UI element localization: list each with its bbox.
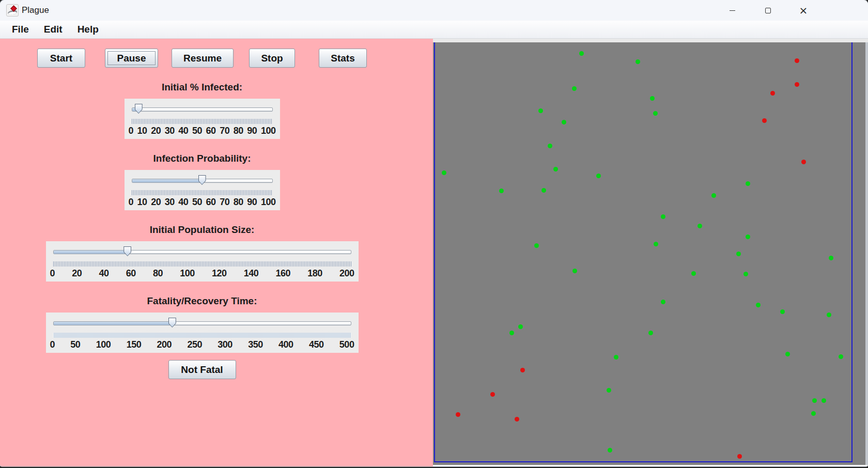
infection-probability-thumb-face bbox=[199, 176, 206, 184]
window-title: Plague bbox=[22, 5, 49, 15]
resume-button[interactable]: Resume bbox=[172, 49, 234, 68]
simulation-canvas bbox=[433, 39, 868, 465]
healthy-agent-dot bbox=[509, 331, 514, 335]
initial-population-size-tick-label: 60 bbox=[126, 268, 136, 279]
healthy-agent-dot bbox=[812, 398, 817, 403]
healthy-agent-dot bbox=[780, 309, 785, 314]
fatality-recovery-time-thumb[interactable] bbox=[168, 318, 176, 327]
initial-population-size-thumb-face bbox=[124, 247, 131, 256]
initial-population-size-tick-label: 80 bbox=[153, 268, 163, 279]
infected-agent-dot bbox=[737, 454, 742, 459]
infection-probability-tick-label: 20 bbox=[151, 197, 161, 208]
initial-pct-infected-tick-label: 10 bbox=[137, 126, 147, 136]
infected-agent-dot bbox=[515, 417, 519, 422]
fatality-recovery-time-thumb-face bbox=[169, 318, 176, 327]
healthy-agent-dot bbox=[653, 111, 658, 116]
initial-population-size-tick-label: 100 bbox=[180, 268, 195, 279]
not-fatal-button[interactable]: Not Fatal bbox=[168, 360, 236, 379]
initial-population-size-tick-labels: 020406080100120140160180200 bbox=[50, 268, 354, 279]
stop-button[interactable]: Stop bbox=[249, 49, 295, 68]
initial-population-size-thumb[interactable] bbox=[123, 246, 131, 256]
initial-pct-infected-tick-label: 100 bbox=[261, 126, 276, 136]
minimize-button[interactable] bbox=[720, 0, 744, 21]
infection-probability-tick-label: 40 bbox=[178, 197, 188, 208]
app-icon bbox=[6, 4, 19, 17]
initial-population-size-tick-label: 120 bbox=[212, 268, 227, 279]
infected-agent-dot bbox=[801, 160, 806, 164]
fatality-recovery-time-track[interactable] bbox=[53, 321, 351, 325]
close-button[interactable]: × bbox=[792, 0, 815, 21]
healthy-agent-dot bbox=[548, 144, 552, 148]
initial-pct-infected-tick-label: 60 bbox=[206, 126, 216, 136]
healthy-agent-dot bbox=[785, 352, 790, 356]
healthy-agent-dot bbox=[829, 256, 833, 260]
initial-pct-infected-tick-label: 0 bbox=[129, 126, 134, 136]
minimize-icon bbox=[730, 10, 735, 11]
initial-pct-infected-thumb[interactable] bbox=[135, 104, 143, 114]
menu-item-file[interactable]: File bbox=[6, 22, 35, 37]
plague-window: Plague × FileEditHelp StartPauseResumeSt… bbox=[0, 0, 868, 466]
fatality-recovery-time-ticks bbox=[53, 333, 351, 338]
initial-population-size-track[interactable] bbox=[53, 250, 351, 254]
stats-button[interactable]: Stats bbox=[319, 49, 367, 68]
initial-population-size-tick-label: 0 bbox=[50, 268, 55, 279]
infection-probability-tick-label: 60 bbox=[206, 197, 216, 208]
healthy-agent-dot bbox=[608, 448, 612, 453]
initial-pct-infected-track[interactable] bbox=[132, 107, 273, 112]
fatality-recovery-time-tick-label: 500 bbox=[339, 339, 354, 350]
fatality-recovery-time-label: Fatality/Recovery Time: bbox=[147, 295, 257, 307]
menu-item-edit[interactable]: Edit bbox=[38, 22, 68, 37]
infection-probability-thumb[interactable] bbox=[198, 175, 206, 185]
infection-probability-label: Infection Probability: bbox=[153, 153, 251, 164]
healthy-agent-dot bbox=[541, 188, 546, 193]
healthy-agent-dot bbox=[650, 96, 655, 101]
maximize-icon bbox=[765, 8, 771, 13]
healthy-agent-dot bbox=[698, 224, 702, 228]
infected-agent-dot bbox=[795, 58, 799, 63]
infected-agent-dot bbox=[795, 82, 799, 87]
infection-probability-tick-label: 0 bbox=[129, 197, 134, 208]
healthy-agent-dot bbox=[736, 252, 741, 256]
initial-pct-infected-tick-label: 90 bbox=[247, 126, 257, 136]
infection-probability-slider: 0102030405060708090100 bbox=[125, 170, 280, 210]
infection-probability-tick-label: 30 bbox=[165, 197, 175, 208]
healthy-agent-dot bbox=[572, 269, 577, 273]
fatality-recovery-time-tick-labels: 050100150200250300350400450500 bbox=[50, 339, 354, 350]
initial-pct-infected-ticks bbox=[132, 119, 273, 124]
healthy-agent-dot bbox=[607, 388, 611, 393]
fatality-recovery-time-tick-label: 0 bbox=[50, 339, 55, 350]
infected-agent-dot bbox=[490, 392, 495, 397]
menu-item-help[interactable]: Help bbox=[72, 22, 104, 37]
initial-population-size-tick-label: 20 bbox=[72, 268, 82, 279]
initial-pct-infected-tick-label: 70 bbox=[220, 126, 229, 136]
start-button[interactable]: Start bbox=[37, 49, 85, 68]
initial-pct-infected-label: Initial % Infected: bbox=[162, 82, 242, 93]
fatality-recovery-time-track-fill bbox=[54, 322, 173, 325]
healthy-agent-dot bbox=[822, 398, 826, 403]
toolbar: StartPauseResumeStopStats bbox=[37, 49, 367, 68]
healthy-agent-dot bbox=[711, 193, 716, 198]
healthy-agent-dot bbox=[743, 272, 748, 276]
healthy-agent-dot bbox=[499, 189, 504, 193]
fatality-recovery-time-tick-label: 100 bbox=[96, 339, 111, 350]
infection-probability-tick-label: 100 bbox=[261, 197, 276, 208]
initial-population-size-label: Initial Population Size: bbox=[150, 224, 255, 236]
control-column: StartPauseResumeStopStats Initial % Infe… bbox=[0, 39, 404, 379]
infection-probability-track-fill bbox=[132, 179, 203, 182]
pause-button[interactable]: Pause bbox=[105, 49, 158, 68]
fatality-recovery-time-tick-label: 400 bbox=[278, 339, 293, 350]
initial-population-size-ticks bbox=[53, 261, 351, 267]
initial-pct-infected-tick-label: 30 bbox=[165, 126, 175, 136]
healthy-agent-dot bbox=[811, 411, 816, 416]
healthy-agent-dot bbox=[534, 243, 539, 248]
window-right-edge bbox=[865, 42, 868, 465]
initial-pct-infected-tick-label: 20 bbox=[151, 126, 161, 136]
healthy-agent-dot bbox=[746, 181, 750, 186]
infected-agent-dot bbox=[456, 412, 460, 417]
initial-pct-infected-tick-label: 50 bbox=[192, 126, 202, 136]
infected-agent-dot bbox=[762, 118, 767, 123]
healthy-agent-dot bbox=[614, 355, 618, 360]
initial-population-size-slider: 020406080100120140160180200 bbox=[46, 241, 359, 282]
maximize-button[interactable] bbox=[756, 0, 780, 21]
initial-population-size-tick-label: 160 bbox=[275, 268, 290, 279]
